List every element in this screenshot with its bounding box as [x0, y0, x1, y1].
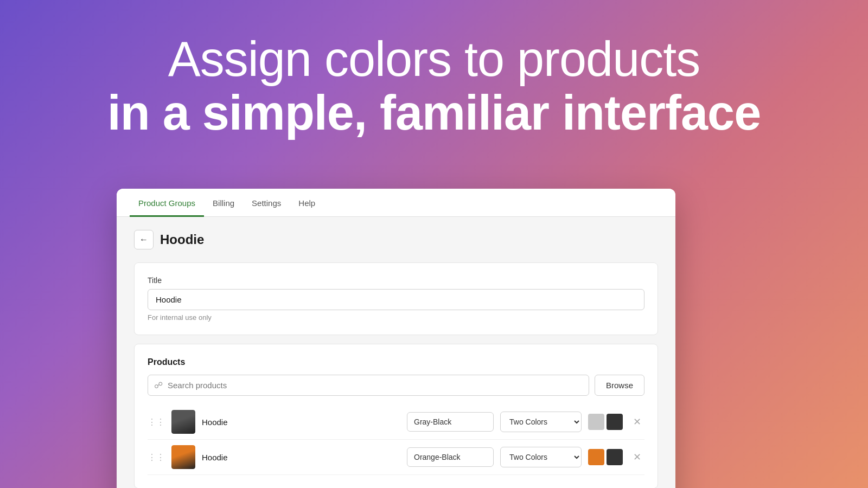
- back-button[interactable]: ←: [134, 230, 154, 249]
- swatch-1[interactable]: [588, 449, 604, 465]
- product-name: Hoodie: [202, 418, 400, 427]
- color-type-select[interactable]: Two Colors One Color Three Colors: [500, 447, 582, 467]
- product-image: [171, 410, 195, 434]
- table-row: ⋮⋮ Hoodie Two Colors One Color Three Col…: [148, 440, 644, 475]
- products-section-title: Products: [148, 357, 644, 367]
- color-label-input[interactable]: [407, 412, 494, 432]
- color-swatches: [588, 449, 623, 465]
- hero-line1: Assign colors to products: [0, 33, 868, 86]
- title-card: Title For internal use only: [134, 262, 658, 335]
- page-title: Hoodie: [160, 232, 204, 247]
- table-row: ⋮⋮ Hoodie Two Colors One Color Three Col…: [148, 404, 644, 440]
- search-input[interactable]: [148, 375, 589, 396]
- browse-button[interactable]: Browse: [595, 375, 644, 396]
- remove-button[interactable]: ✕: [629, 450, 644, 465]
- remove-button[interactable]: ✕: [629, 414, 644, 429]
- page-header: ← Hoodie: [134, 230, 658, 249]
- title-input[interactable]: [148, 289, 644, 310]
- title-field-label: Title: [148, 276, 644, 285]
- swatch-2[interactable]: [607, 414, 623, 430]
- search-icon: ☍: [154, 380, 163, 390]
- tab-settings[interactable]: Settings: [243, 191, 290, 217]
- search-wrap: ☍: [148, 375, 589, 396]
- drag-handle-icon[interactable]: ⋮⋮: [148, 417, 165, 427]
- product-thumbnail-dark: [171, 410, 195, 434]
- product-name: Hoodie: [202, 453, 400, 462]
- title-hint: For internal use only: [148, 313, 644, 322]
- swatch-2[interactable]: [607, 449, 623, 465]
- color-swatches: [588, 414, 623, 430]
- drag-handle-icon[interactable]: ⋮⋮: [148, 452, 165, 463]
- color-type-select[interactable]: Two Colors One Color Three Colors: [500, 412, 582, 432]
- tab-billing[interactable]: Billing: [204, 191, 243, 217]
- swatch-1[interactable]: [588, 414, 604, 430]
- products-card: Products ☍ Browse ⋮⋮ Hoodie Two Colors: [134, 344, 658, 488]
- hero-line2: in a simple, familiar interface: [0, 86, 868, 140]
- color-label-input[interactable]: [407, 447, 494, 467]
- page-content: ← Hoodie Title For internal use only Pro…: [117, 217, 675, 488]
- nav-tabs: Product Groups Billing Settings Help: [117, 189, 675, 217]
- search-row: ☍ Browse: [148, 375, 644, 396]
- tab-help[interactable]: Help: [290, 191, 324, 217]
- product-image: [171, 445, 195, 469]
- hero-section: Assign colors to products in a simple, f…: [0, 0, 868, 162]
- app-window: Product Groups Billing Settings Help ← H…: [117, 189, 675, 488]
- tab-product-groups[interactable]: Product Groups: [130, 191, 204, 217]
- product-thumbnail-orange: [171, 445, 195, 469]
